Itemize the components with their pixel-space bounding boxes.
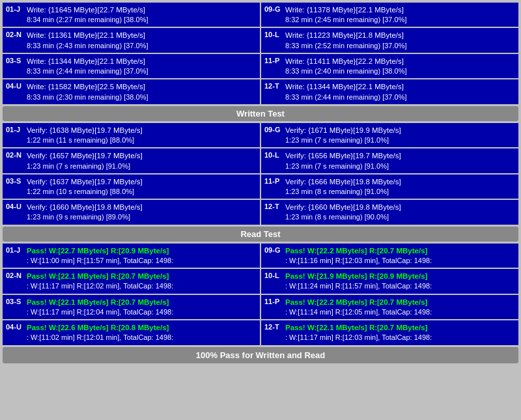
write-section: 01-J Write: {11645 MByte}[22.7 MByte/s] … — [3, 3, 518, 104]
verify-id-03s: 03-S — [6, 176, 24, 197]
pass-row-12t: 12-T Pass! W:[22.1 MByte/s] R:[20.7 MByt… — [261, 320, 518, 344]
write-row-01j: 01-J Write: {11645 MByte}[22.7 MByte/s] … — [3, 3, 260, 27]
pass-row-11p: 11-P Pass! W:[22.2 MByte/s] R:[20.7 MByt… — [261, 295, 518, 319]
pass-row-02n: 02-N Pass! W:[22.1 MByte/s] R:[20.7 MByt… — [3, 269, 260, 293]
write-right-col: 09-G Write: {11378 MByte}[22.1 MByte/s] … — [261, 3, 518, 104]
verify-10l-line1: Verify: {1656 MByte}[19.7 MByte/s] — [285, 150, 515, 161]
verify-row-02n: 02-N Verify: {1657 MByte}[19.7 MByte/s] … — [3, 148, 260, 173]
pass-02n-line2: : W:[11:17 min] R:[12:02 min], TotalCap:… — [27, 281, 257, 291]
verify-02n-line2: 1:23 min (7 s remaining) [91.0%] — [27, 161, 257, 171]
pass-id-04u: 04-U — [6, 322, 24, 343]
verify-row-10l: 10-L Verify: {1656 MByte}[19.7 MByte/s] … — [261, 148, 518, 173]
verify-01j-line1: Verify: {1638 MByte}[19.7 MByte/s] — [27, 125, 257, 135]
verify-id-12t: 12-T — [264, 202, 283, 222]
verify-grid: 01-J Verify: {1638 MByte}[19.7 MByte/s] … — [3, 123, 518, 225]
verify-row-03s: 03-S Verify: {1637 MByte}[19.7 MByte/s] … — [3, 175, 260, 199]
write-01j-line2: 8:34 min (2:27 min remaining) [38.0%] — [27, 15, 257, 25]
verify-09g-line2: 1:23 min (7 s remaining) [91.0%] — [285, 135, 515, 145]
verify-id-01j: 01-J — [6, 125, 24, 145]
pass-row-09g: 09-G Pass! W:[22.2 MByte/s] R:[20.7 MByt… — [261, 244, 518, 268]
pass-11p-line1: Pass! W:[22.2 MByte/s] R:[20.7 MByte/s] — [285, 297, 515, 307]
write-04u-line1: Write: {11582 MByte}[22.5 MByte/s] — [27, 81, 257, 92]
verify-12t-line1: Verify: {1660 MByte}[19.8 MByte/s] — [285, 202, 515, 212]
pass-left-col: 01-J Pass! W:[22.7 MByte/s] R:[20.9 MByt… — [3, 244, 260, 345]
verify-id-11p: 11-P — [264, 176, 283, 197]
verify-row-11p: 11-P Verify: {1666 MByte}[19.8 MByte/s] … — [261, 175, 518, 199]
write-03s-line2: 8:33 min (2:44 min remaining) [37.0%] — [27, 66, 257, 76]
write-10l-line1: Write: {11223 MByte}[21.8 MByte/s] — [285, 30, 515, 40]
verify-03s-line2: 1:22 min (10 s remaining) [88.0%] — [27, 187, 257, 197]
pass-09g-line2: : W:[11:16 min] R:[12:03 min], TotalCap:… — [285, 256, 515, 266]
verify-11p-line2: 1:23 min (8 s remaining) [91.0%] — [285, 187, 515, 197]
write-10l-line2: 8:33 min (2:52 min remaining) [37.0%] — [285, 41, 515, 51]
pass-id-11p: 11-P — [264, 297, 283, 317]
pass-row-01j: 01-J Pass! W:[22.7 MByte/s] R:[20.9 MByt… — [3, 244, 260, 268]
pass-id-02n: 02-N — [6, 271, 24, 291]
verify-10l-line2: 1:23 min (7 s remaining) [91.0%] — [285, 161, 515, 171]
pass-10l-line2: : W:[11:24 min] R:[11:57 min], TotalCap:… — [285, 281, 515, 291]
row-id-12t: 12-T — [264, 81, 283, 102]
pass-grid: 01-J Pass! W:[22.7 MByte/s] R:[20.9 MByt… — [3, 244, 518, 345]
pass-10l-line1: Pass! W:[21.9 MByte/s] R:[20.9 MByte/s] — [285, 271, 515, 281]
write-row-09g: 09-G Write: {11378 MByte}[22.1 MByte/s] … — [261, 3, 518, 27]
row-id-11p: 11-P — [264, 56, 283, 76]
pass-id-10l: 10-L — [264, 271, 283, 291]
write-12t-line2: 8:33 min (2:44 min remaining) [37.0%] — [285, 92, 515, 102]
pass-04u-line2: : W:[11:02 min] R:[12:01 min], TotalCap:… — [27, 333, 257, 343]
write-row-12t: 12-T Write: {11344 MByte}[22.1 MByte/s] … — [261, 79, 518, 104]
verify-row-09g: 09-G Verify: {1671 MByte}[19.9 MByte/s] … — [261, 123, 518, 147]
verify-row-12t: 12-T Verify: {1660 MByte}[19.8 MByte/s] … — [261, 200, 518, 224]
row-id-10l: 10-L — [264, 30, 283, 50]
write-01j-line1: Write: {11645 MByte}[22.7 MByte/s] — [27, 5, 257, 15]
verify-id-04u: 04-U — [6, 202, 24, 222]
write-09g-line1: Write: {11378 MByte}[22.1 MByte/s] — [285, 5, 515, 15]
verify-id-09g: 09-G — [264, 125, 283, 145]
verify-12t-line2: 1:23 min (8 s remaining) [90.0%] — [285, 212, 515, 222]
verify-left-col: 01-J Verify: {1638 MByte}[19.7 MByte/s] … — [3, 123, 260, 225]
write-11p-line2: 8:33 min (2:40 min remaining) [38.0%] — [285, 66, 515, 76]
pass-03s-line2: : W:[11:17 min] R:[12:04 min], TotalCap:… — [27, 307, 257, 317]
pass-02n-line1: Pass! W:[22.1 MByte/s] R:[20.7 MByte/s] — [27, 271, 257, 281]
verify-04u-line2: 1:23 min (9 s remaining) [89.0%] — [27, 212, 257, 222]
write-row-11p: 11-P Write: {11411 MByte}[22.2 MByte/s] … — [261, 54, 518, 78]
pass-right-col: 09-G Pass! W:[22.2 MByte/s] R:[20.7 MByt… — [261, 244, 518, 345]
row-id-02n: 02-N — [6, 30, 24, 50]
verify-row-04u: 04-U Verify: {1660 MByte}[19.8 MByte/s] … — [3, 200, 260, 224]
pass-row-10l: 10-L Pass! W:[21.9 MByte/s] R:[20.9 MByt… — [261, 269, 518, 293]
main-container: 01-J Write: {11645 MByte}[22.7 MByte/s] … — [0, 0, 521, 366]
write-row-04u: 04-U Write: {11582 MByte}[22.5 MByte/s] … — [3, 79, 260, 104]
pass-01j-line2: : W:[11:00 min] R:[11:57 min], TotalCap:… — [27, 256, 257, 266]
row-id-04u: 04-U — [6, 81, 24, 102]
pass-row-03s: 03-S Pass! W:[22.1 MByte/s] R:[20.7 MByt… — [3, 295, 260, 319]
row-id-09g: 09-G — [264, 5, 283, 25]
pass-id-12t: 12-T — [264, 322, 283, 343]
verify-09g-line1: Verify: {1671 MByte}[19.9 MByte/s] — [285, 125, 515, 135]
write-02n-line2: 8:33 min (2:43 min remaining) [37.0%] — [27, 41, 257, 51]
pass-12t-line2: : W:[11:17 min] R:[12:03 min], TotalCap:… — [285, 333, 515, 343]
write-12t-line1: Write: {11344 MByte}[22.1 MByte/s] — [285, 81, 515, 92]
write-row-03s: 03-S Write: {11344 MByte}[22.1 MByte/s] … — [3, 54, 260, 78]
pass-section: 01-J Pass! W:[22.7 MByte/s] R:[20.9 MByt… — [3, 244, 518, 345]
pass-id-03s: 03-S — [6, 297, 24, 317]
verify-03s-line1: Verify: {1637 MByte}[19.7 MByte/s] — [27, 176, 257, 187]
write-row-10l: 10-L Write: {11223 MByte}[21.8 MByte/s] … — [261, 28, 518, 52]
pass-04u-line1: Pass! W:[22.6 MByte/s] R:[20.8 MByte/s] — [27, 322, 257, 333]
write-09g-line2: 8:32 min (2:45 min remaining) [37.0%] — [285, 15, 515, 25]
verify-section: 01-J Verify: {1638 MByte}[19.7 MByte/s] … — [3, 123, 518, 225]
write-11p-line1: Write: {11411 MByte}[22.2 MByte/s] — [285, 56, 515, 66]
row-id-03s: 03-S — [6, 56, 24, 76]
write-02n-line1: Write: {11361 MByte}[22.1 MByte/s] — [27, 30, 257, 40]
write-03s-line1: Write: {11344 MByte}[22.1 MByte/s] — [27, 56, 257, 66]
write-04u-line2: 8:33 min (2:30 min remaining) [38.0%] — [27, 92, 257, 102]
verify-id-02n: 02-N — [6, 150, 24, 171]
pass-row-04u: 04-U Pass! W:[22.6 MByte/s] R:[20.8 MByt… — [3, 320, 260, 344]
pass-id-09g: 09-G — [264, 245, 283, 266]
written-test-header: Written Test — [3, 106, 518, 121]
pass-01j-line1: Pass! W:[22.7 MByte/s] R:[20.9 MByte/s] — [27, 245, 257, 256]
row-id-01j: 01-J — [6, 5, 24, 25]
pass-11p-line2: : W:[11:14 min] R:[12:05 min], TotalCap:… — [285, 307, 515, 317]
read-test-header: Read Test — [3, 227, 518, 242]
write-row-02n: 02-N Write: {11361 MByte}[22.1 MByte/s] … — [3, 28, 260, 52]
verify-right-col: 09-G Verify: {1671 MByte}[19.9 MByte/s] … — [261, 123, 518, 225]
verify-id-10l: 10-L — [264, 150, 283, 171]
